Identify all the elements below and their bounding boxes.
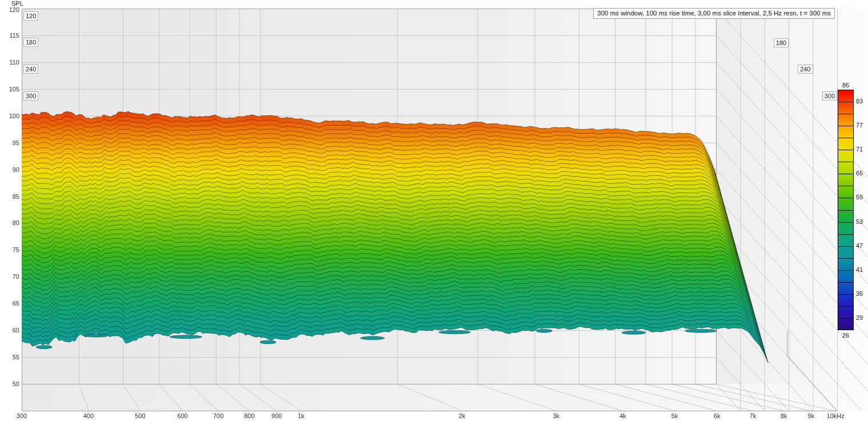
spl-tick-label: 65 bbox=[0, 300, 19, 307]
spl-tick-label: 70 bbox=[0, 273, 19, 280]
freq-tick-label: 7k bbox=[735, 412, 770, 419]
spl-tick-label: 85 bbox=[0, 193, 19, 200]
colorbar-tick-label: 71 bbox=[856, 146, 863, 153]
time-label-right: 180 bbox=[774, 38, 789, 47]
spl-tick-label: 100 bbox=[0, 113, 19, 119]
freq-tick-label: 1k bbox=[284, 412, 318, 419]
freq-tick-label: 5k bbox=[658, 412, 692, 419]
colorbar-tick-label: 77 bbox=[856, 122, 863, 129]
spl-tick-label: 90 bbox=[0, 166, 19, 173]
time-label-right: 300 bbox=[822, 91, 837, 101]
freq-tick-label: 700 bbox=[201, 412, 235, 419]
spl-tick-label: 55 bbox=[0, 354, 19, 360]
spl-tick-label: 50 bbox=[0, 380, 19, 387]
colorbar-tick-label: 35 bbox=[856, 290, 863, 297]
freq-tick-label: 400 bbox=[71, 412, 106, 419]
time-label-left: 300 bbox=[23, 91, 38, 101]
time-label-left: 120 bbox=[23, 11, 38, 21]
spl-tick-label: 105 bbox=[0, 86, 19, 93]
time-label-left: 240 bbox=[23, 65, 38, 74]
colorbar-tick-label: 47 bbox=[856, 242, 863, 249]
time-label-left: 180 bbox=[23, 38, 38, 47]
spl-tick-label: 60 bbox=[0, 327, 19, 334]
freq-tick-label: 4k bbox=[606, 412, 640, 419]
colorbar-tick-label: 29 bbox=[856, 314, 863, 321]
freq-tick-label: 3k bbox=[539, 412, 573, 419]
colorbar-max-label: 86 bbox=[838, 82, 854, 89]
freq-tick-label: 2k bbox=[445, 412, 479, 419]
spl-tick-label: 120 bbox=[0, 6, 19, 13]
colorbar-min-label: 26 bbox=[838, 332, 854, 339]
colorbar-tick-label: 53 bbox=[856, 218, 863, 225]
spl-tick-label: 110 bbox=[0, 59, 19, 66]
colorbar-tick-label: 83 bbox=[856, 98, 863, 105]
freq-tick-label: 6k bbox=[700, 412, 734, 419]
waterfall-canvas bbox=[0, 0, 868, 425]
waterfall-chart: SPL 300 ms window, 100 ms rise time, 3,0… bbox=[0, 0, 868, 425]
spl-tick-label: 115 bbox=[0, 32, 19, 39]
freq-tick-label: 10kHz bbox=[818, 412, 853, 419]
freq-tick-label: 500 bbox=[123, 412, 157, 419]
colorbar-tick-label: 65 bbox=[856, 170, 863, 177]
spl-tick-label: 75 bbox=[0, 246, 19, 253]
measurement-settings-box: 300 ms window, 100 ms rise time, 3,00 ms… bbox=[593, 8, 835, 19]
freq-tick-label: 300 bbox=[5, 412, 39, 419]
colorbar-tick-label: 41 bbox=[856, 266, 863, 273]
time-label-right: 240 bbox=[798, 65, 813, 74]
colorbar-tick-label: 59 bbox=[856, 194, 863, 201]
spl-tick-label: 95 bbox=[0, 139, 19, 146]
freq-tick-label: 600 bbox=[166, 412, 200, 419]
spl-tick-label: 80 bbox=[0, 219, 19, 226]
